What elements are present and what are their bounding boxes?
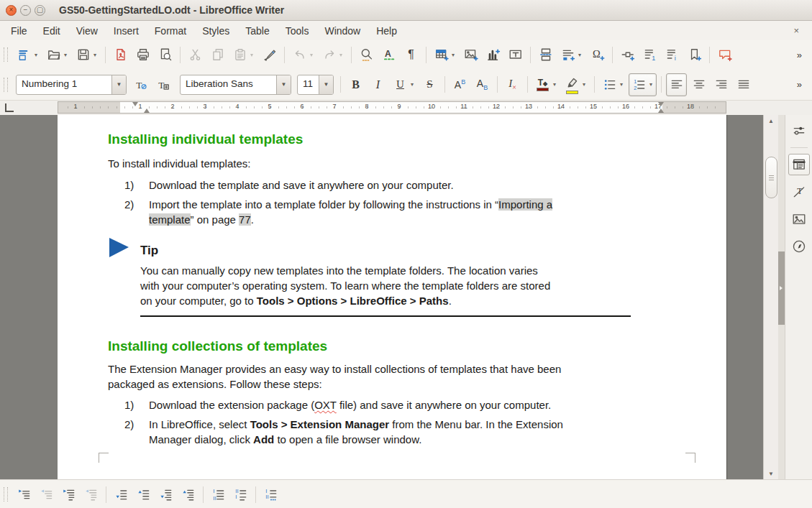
sidebar-deck-styles[interactable]: T: [788, 181, 810, 203]
toolbar-grip[interactable]: [4, 78, 8, 92]
open-button[interactable]: ▾: [43, 43, 71, 66]
insert-footnote-button[interactable]: 1: [639, 43, 660, 66]
underline-button[interactable]: U▾: [390, 73, 418, 96]
sidebar-hide-handle[interactable]: [778, 115, 785, 479]
dropdown-caret-icon[interactable]: ▾: [63, 52, 68, 58]
superscript-button[interactable]: AB: [450, 73, 470, 96]
menu-help[interactable]: Help: [368, 22, 405, 40]
window-close-button[interactable]: ×: [6, 5, 17, 16]
insert-bookmark-button[interactable]: [684, 43, 705, 66]
insert-cross-reference-button[interactable]: [617, 43, 638, 66]
insert-image-button[interactable]: [460, 43, 481, 66]
dropdown-caret-icon[interactable]: ▾: [409, 81, 415, 88]
paragraph-style-combobox[interactable]: Numbering 1 ▼: [16, 75, 127, 95]
dropdown-caret-icon[interactable]: ▾: [577, 52, 583, 58]
strikethrough-button[interactable]: S: [419, 73, 440, 96]
dropdown-caret-icon[interactable]: ▾: [33, 52, 39, 58]
move-down-button[interactable]: [111, 483, 132, 506]
menu-edit[interactable]: Edit: [35, 22, 68, 40]
insert-textbox-button[interactable]: [505, 43, 526, 66]
dropdown-caret-icon[interactable]: ▾: [309, 52, 314, 58]
cut-button[interactable]: [185, 43, 206, 66]
insert-field-button[interactable]: ▾: [557, 43, 585, 66]
insert-table-button[interactable]: ▾: [431, 43, 459, 66]
bold-button[interactable]: B: [345, 73, 366, 96]
dropdown-caret-icon[interactable]: ▾: [249, 52, 255, 58]
new-style-button[interactable]: T: [152, 73, 173, 96]
redo-button[interactable]: ▾: [319, 43, 347, 66]
formatting-marks-button[interactable]: ¶: [401, 43, 421, 66]
sidebar-deck-properties[interactable]: [788, 154, 810, 175]
document-page[interactable]: Installing individual templates To insta…: [58, 115, 726, 479]
copy-button[interactable]: [207, 43, 228, 66]
menu-tools[interactable]: Tools: [278, 22, 317, 40]
font-color-button[interactable]: T◆▾: [532, 73, 560, 96]
sidebar-deck-gallery[interactable]: [788, 208, 810, 230]
scrollbar-thumb[interactable]: [765, 157, 777, 198]
dropdown-caret-icon[interactable]: ▾: [648, 81, 654, 88]
toolbar-grip[interactable]: [4, 487, 8, 502]
move-up-button[interactable]: [133, 483, 154, 506]
scroll-down-arrow[interactable]: ▼: [764, 468, 778, 479]
menu-view[interactable]: View: [68, 22, 106, 40]
dropdown-caret-icon[interactable]: ▾: [619, 81, 624, 88]
clear-formatting-button[interactable]: I×: [502, 73, 523, 96]
update-style-button[interactable]: T: [130, 73, 151, 96]
demote-with-subpoints-button[interactable]: [58, 483, 79, 506]
first-line-indent-marker[interactable]: [132, 102, 138, 109]
horizontal-ruler[interactable]: 1123456789101112131415161718: [58, 101, 726, 114]
font-size-combobox[interactable]: 11 ▼: [297, 75, 334, 95]
sidebar-deck-navigator[interactable]: [788, 236, 810, 257]
unordered-list-button[interactable]: ▾: [599, 73, 627, 96]
scroll-up-arrow[interactable]: ▲: [764, 116, 778, 126]
new-document-button[interactable]: ▾: [14, 43, 42, 66]
highlight-color-button[interactable]: ▾: [562, 73, 590, 96]
page-break-button[interactable]: [535, 43, 556, 66]
print-button[interactable]: [132, 43, 153, 66]
promote-with-subpoints-button[interactable]: [81, 483, 101, 506]
insert-chart-button[interactable]: [483, 43, 503, 66]
paste-button[interactable]: ▾: [229, 43, 257, 66]
right-indent-marker[interactable]: [658, 106, 664, 113]
dropdown-caret-icon[interactable]: ▾: [338, 52, 344, 58]
align-right-button[interactable]: [711, 73, 731, 96]
font-name-combobox[interactable]: Liberation Sans ▼: [180, 75, 291, 95]
menu-file[interactable]: File: [3, 22, 35, 40]
insert-endnote-button[interactable]: i: [662, 43, 683, 66]
spelling-button[interactable]: A: [378, 43, 399, 66]
undo-button[interactable]: ▾: [289, 43, 317, 66]
justify-button[interactable]: [733, 73, 754, 96]
align-center-button[interactable]: [688, 73, 709, 96]
chevron-down-icon[interactable]: ▼: [319, 75, 333, 94]
window-maximize-button[interactable]: ▢: [35, 5, 45, 16]
close-document-button[interactable]: ×: [790, 24, 802, 37]
menu-styles[interactable]: Styles: [194, 22, 237, 40]
insert-comment-button[interactable]: [714, 43, 735, 66]
menu-window[interactable]: Window: [316, 22, 368, 40]
vertical-scrollbar[interactable]: ▲ ▼: [763, 115, 778, 479]
dropdown-caret-icon[interactable]: ▾: [552, 81, 557, 88]
export-pdf-button[interactable]: [110, 43, 131, 66]
print-preview-button[interactable]: [155, 43, 175, 66]
chevron-down-icon[interactable]: ▼: [276, 75, 291, 94]
toolbar-grip[interactable]: [4, 47, 8, 62]
menu-format[interactable]: Format: [147, 22, 194, 40]
promote-outline-level-button[interactable]: [36, 483, 57, 506]
insert-unnumbered-entry-button[interactable]: III: [208, 483, 229, 506]
align-left-button[interactable]: [666, 73, 687, 96]
move-down-with-subpoints-button[interactable]: [155, 483, 176, 506]
menu-insert[interactable]: Insert: [106, 22, 147, 40]
add-to-list-button[interactable]: III: [260, 483, 281, 506]
find-replace-button[interactable]: [356, 43, 377, 66]
restart-numbering-button[interactable]: III: [230, 483, 251, 506]
special-character-button[interactable]: Ω: [587, 43, 608, 66]
sidebar-deck-sidebar-settings[interactable]: [788, 120, 810, 142]
demote-outline-level-button[interactable]: [14, 483, 35, 506]
window-minimize-button[interactable]: −: [20, 5, 31, 16]
subscript-button[interactable]: AB: [472, 73, 493, 96]
italic-button[interactable]: I: [368, 73, 388, 96]
toolbar-overflow-button[interactable]: »: [794, 73, 805, 96]
tab-stop-selector[interactable]: [5, 103, 14, 112]
dropdown-caret-icon[interactable]: ▾: [450, 52, 456, 58]
chevron-down-icon[interactable]: ▼: [111, 75, 126, 94]
